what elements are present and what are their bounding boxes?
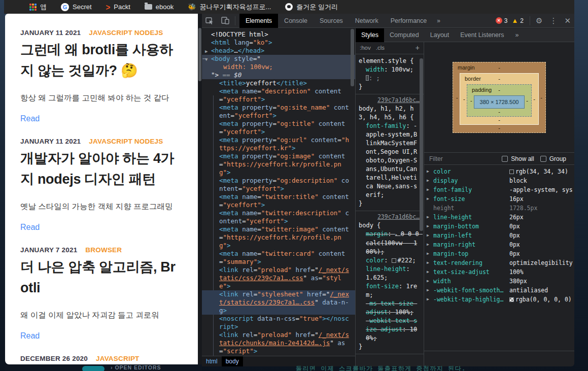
post-title[interactable]: 그런데 왜 brotli를 사용하지 않는 것일까? 🤔 xyxy=(20,40,181,81)
sidebar-tab-styles[interactable]: Styles xyxy=(356,28,384,42)
post-title[interactable]: 더 나은 압축 알고리즘, Brotli xyxy=(20,257,181,298)
computed-property-row[interactable]: ▶-webkit-tap-highlig…rgba(0, 0, 0, 0) xyxy=(424,295,574,304)
elements-tree-line[interactable]: <meta name="twitter:image" content="http… xyxy=(202,225,355,250)
filter-input[interactable]: Filter xyxy=(429,155,499,162)
error-badge[interactable]: ✕3 xyxy=(496,17,508,24)
elements-tree-line[interactable]: <meta name="twitter:title" content="ycef… xyxy=(202,193,355,209)
sidebar-tab-»[interactable]: » xyxy=(509,28,524,42)
computed-property-row[interactable]: ▶text-renderingoptimizelegibility xyxy=(424,258,574,267)
expand-arrow-icon[interactable]: ▶ xyxy=(427,222,429,231)
expand-arrow-icon[interactable]: ▶ xyxy=(205,47,207,55)
expand-arrow-icon[interactable]: ▶ xyxy=(427,249,429,258)
elements-tree-line[interactable]: ▶<head>…</head> xyxy=(202,47,355,55)
expand-arrow-icon[interactable]: ▶ xyxy=(427,213,429,222)
box-model-value-bottom[interactable]: - xyxy=(498,117,500,123)
read-link[interactable]: Read xyxy=(20,114,40,123)
expand-arrow-icon[interactable]: ▶ xyxy=(427,194,429,204)
collapse-arrow-icon[interactable]: ▼ xyxy=(205,55,207,63)
warning-badge[interactable]: ▲2 xyxy=(511,17,524,24)
styles-scrollbar-thumb[interactable] xyxy=(420,58,423,231)
css-selector[interactable]: element.style { xyxy=(359,57,421,65)
expand-arrow-icon[interactable]: ▶ xyxy=(427,286,429,295)
computed-property-row[interactable]: ▶displayblock xyxy=(424,176,574,185)
elements-tree-line[interactable]: <meta name="twitter:card" content="summa… xyxy=(202,250,355,266)
page-scrollbar-thumb[interactable] xyxy=(198,28,201,81)
box-model-value-left[interactable]: - xyxy=(470,97,472,104)
elements-tree-line[interactable]: <meta property="og:title" content="yceff… xyxy=(202,120,355,136)
tab-elements[interactable]: Elements xyxy=(239,14,278,28)
css-declaration[interactable]: -ms-text-size-adjust: 100%; xyxy=(359,299,421,317)
computed-property-row[interactable]: ▶line-height26px xyxy=(424,213,574,222)
stylesheet-link[interactable]: 239c7a1d6bc… xyxy=(359,213,421,221)
expand-arrow-icon[interactable]: ▶ xyxy=(427,277,429,286)
class-toggle-button[interactable]: .cls xyxy=(376,44,385,52)
device-toolbar-icon[interactable] xyxy=(218,14,233,28)
box-model-value-right[interactable]: - xyxy=(540,94,542,100)
computed-property-row[interactable]: ▶margin-bottom0px xyxy=(424,222,574,231)
computed-property-row[interactable]: ▶font-size16px xyxy=(424,194,574,204)
box-model-value-right[interactable]: - xyxy=(533,96,535,102)
post-tags[interactable]: JAVASCRIPT xyxy=(96,355,140,362)
computed-property-row[interactable]: ▶width380px xyxy=(424,277,574,286)
post-tags[interactable]: BROWSER xyxy=(85,246,122,254)
expand-arrow-icon[interactable]: ▶ xyxy=(427,231,429,240)
breadcrumb-html[interactable]: html xyxy=(202,356,222,367)
new-style-rule-icon[interactable]: + xyxy=(416,44,420,52)
elements-tree-line[interactable]: <html lang="ko"> xyxy=(202,39,355,47)
computed-property-row[interactable]: ▶margin-right0px xyxy=(424,240,574,249)
elements-tree-line[interactable]: <meta property="og:url" content="https:/… xyxy=(202,136,355,152)
post-tags[interactable]: JAVASCRIPT NODEJS xyxy=(89,29,163,37)
close-icon[interactable]: ✕ xyxy=(561,16,574,25)
expand-arrow-icon[interactable]: ▶ xyxy=(427,267,429,277)
elements-tree-line[interactable]: <meta name="twitter:description" content… xyxy=(202,209,355,225)
css-declaration[interactable]: margin: ▸ 0 0 0 calc(100vw - 100%); xyxy=(359,230,421,256)
expand-arrow-icon[interactable]: ▶ xyxy=(427,258,429,267)
shorthand-expand-icon[interactable]: ▸ xyxy=(395,232,401,237)
elements-tree-line[interactable]: ⋯▼<body style=" xyxy=(202,55,355,63)
tab-console[interactable]: Console xyxy=(278,14,314,28)
elements-tree-line[interactable]: <link rel="stylesheet" href="/_next/stat… xyxy=(202,290,355,315)
css-declaration[interactable]: width: 100vw; xyxy=(359,65,421,74)
box-model-value-bottom[interactable]: - xyxy=(498,125,500,131)
css-selector[interactable]: body { xyxy=(359,221,421,230)
elements-scrollbar-thumb[interactable] xyxy=(351,29,354,86)
elements-tree-line[interactable]: <meta name="description" content="yceffo… xyxy=(202,87,355,104)
box-model-value-bottom[interactable]: - xyxy=(498,109,500,115)
elements-tree-line[interactable]: <title>yceffort</title> xyxy=(202,79,355,87)
elements-tree-line[interactable]: <link rel="preload" href="/_next/static/… xyxy=(202,266,355,290)
box-model-value-top[interactable]: - xyxy=(498,87,500,93)
css-selector[interactable]: body, h1, h2, h3, h4, h5, h6 { xyxy=(359,105,421,122)
read-link[interactable]: Read xyxy=(20,223,40,232)
elements-tree-line[interactable]: <noscript data-n-css="true"></noscript> xyxy=(202,315,355,331)
stylesheet-link[interactable]: 239c7a1d6bc… xyxy=(359,96,421,105)
pseudo-state-button[interactable]: :hov xyxy=(360,44,371,52)
elements-tree-line[interactable]: <!DOCTYPE html> xyxy=(202,30,355,39)
expand-arrow-icon[interactable]: ▶ xyxy=(427,240,429,249)
expand-arrow-icon[interactable]: ▶ xyxy=(427,295,429,304)
css-declaration[interactable]: font-size: 1rem; xyxy=(359,282,421,299)
bookmark-item[interactable]: GSecret xyxy=(61,3,92,11)
computed-property-row[interactable]: ▶margin-left0px xyxy=(424,231,574,240)
box-model-value-left[interactable]: - xyxy=(463,96,465,102)
sidebar-tab-computed[interactable]: Computed xyxy=(384,28,425,42)
elements-tree-line[interactable]: <meta property="og:image" content="https… xyxy=(202,152,355,177)
sidebar-tab-layout[interactable]: Layout xyxy=(425,28,455,42)
tab-network[interactable]: Network xyxy=(349,14,385,28)
computed-property-row[interactable]: ▶font-family-apple-system, sys xyxy=(424,185,574,194)
box-model-content[interactable]: 380 × 1728.500 xyxy=(474,95,525,109)
box-model-value-top[interactable]: - xyxy=(498,64,500,71)
css-editing-declaration[interactable]: : ; xyxy=(359,74,421,83)
show-all-checkbox[interactable] xyxy=(502,156,508,162)
elements-tree-line[interactable]: width: 100vw; xyxy=(202,63,355,71)
inspect-element-icon[interactable] xyxy=(202,14,218,28)
breadcrumb-body[interactable]: body xyxy=(222,356,243,367)
css-declaration[interactable]: -webkit-text-size-adjust: 100%; xyxy=(359,317,421,343)
computed-property-row[interactable]: ▶text-size-adjust100% xyxy=(424,267,574,277)
post-title[interactable]: 개발자가 알아야 하는 4가지 nodejs 디자인 패턴 xyxy=(20,148,181,189)
group-checkbox[interactable] xyxy=(540,156,546,162)
tab-sources[interactable]: Sources xyxy=(314,14,349,28)
box-model-border[interactable]: border padding 380 × 1728.500 ---- ---- xyxy=(460,73,539,125)
elements-tree-line[interactable]: "> == $0 xyxy=(202,71,355,79)
box-model-margin[interactable]: margin border padding 380 × 1728.500 ---… xyxy=(453,62,546,133)
computed-property-row[interactable]: ▶-webkit-font-smooth…antialiased xyxy=(424,286,574,295)
